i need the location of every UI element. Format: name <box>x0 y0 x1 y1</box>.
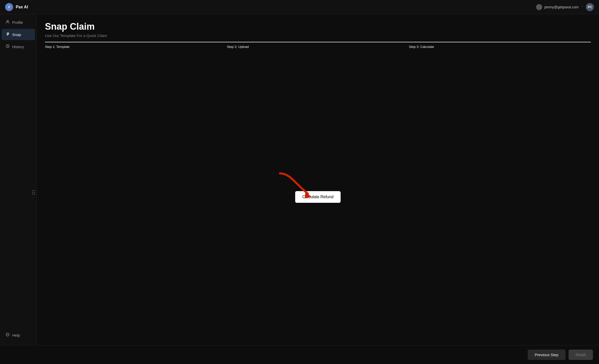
content-area: Snap Claim Use Our Template For a Quick … <box>37 14 599 345</box>
user-email-area[interactable]: penny@getpaxai.com ⌃ <box>536 4 583 10</box>
step-3-line <box>409 42 591 42</box>
header-left: P Pax AI <box>5 3 28 11</box>
step-2: Step 2: Upload <box>227 42 409 49</box>
header-right: penny@getpaxai.com ⌃ PC <box>536 3 594 11</box>
help-icon: ? <box>6 333 10 338</box>
sidebar-profile-label: Profile <box>12 20 23 25</box>
sidebar-item-profile[interactable]: Profile <box>2 17 35 28</box>
user-email: penny@getpaxai.com <box>544 5 579 9</box>
dropdown-chevron-icon: ⌃ <box>581 5 583 9</box>
step-3-label: Step 3: Calculate <box>409 44 591 49</box>
svg-point-2 <box>7 20 8 22</box>
app-title: Pax AI <box>16 5 28 9</box>
step-1-line <box>45 42 227 42</box>
svg-text:P: P <box>8 6 10 9</box>
app-header: P Pax AI penny@getpaxai.com ⌃ PC <box>0 0 599 14</box>
profile-icon <box>6 20 10 25</box>
sidebar-item-help[interactable]: ? Help <box>2 330 35 341</box>
previous-step-button[interactable]: Previous Step <box>528 350 565 360</box>
footer: Previous Step Finish <box>0 345 599 364</box>
red-arrow <box>275 168 315 202</box>
step-3: Step 3: Calculate <box>409 42 591 49</box>
finish-button[interactable]: Finish <box>569 350 593 360</box>
main-layout: Profile Snap History <box>0 14 599 345</box>
step-1: Step 1: Template <box>45 42 227 49</box>
steps-bar: Step 1: Template Step 2: Upload Step 3: … <box>37 42 599 49</box>
user-avatar[interactable]: PC <box>586 3 594 11</box>
sidebar-item-snap[interactable]: Snap <box>2 29 35 40</box>
sidebar-snap-label: Snap <box>12 32 21 37</box>
history-icon <box>6 44 10 49</box>
page-header: Snap Claim Use Our Template For a Quick … <box>37 14 599 42</box>
svg-text:?: ? <box>7 334 8 336</box>
sidebar-help-label: Help <box>12 333 20 337</box>
sidebar-item-history[interactable]: History <box>2 41 35 52</box>
step-2-line <box>227 42 409 42</box>
sidebar: Profile Snap History <box>0 14 37 345</box>
page-title: Snap Claim <box>45 21 591 32</box>
content-body: Calculate Refund <box>37 49 599 345</box>
user-status-dot <box>536 4 542 10</box>
sidebar-history-label: History <box>12 45 24 49</box>
step-1-label: Step 1: Template <box>45 44 227 49</box>
step-2-label: Step 2: Upload <box>227 44 409 49</box>
app-logo: P <box>5 3 13 11</box>
snap-icon <box>6 32 10 37</box>
sidebar-bottom: ? Help <box>0 327 37 343</box>
page-subtitle: Use Our Template For a Quick Claim <box>45 33 591 38</box>
sidebar-drag-handle[interactable] <box>32 190 35 195</box>
arrow-button-area: Calculate Refund <box>295 191 341 203</box>
